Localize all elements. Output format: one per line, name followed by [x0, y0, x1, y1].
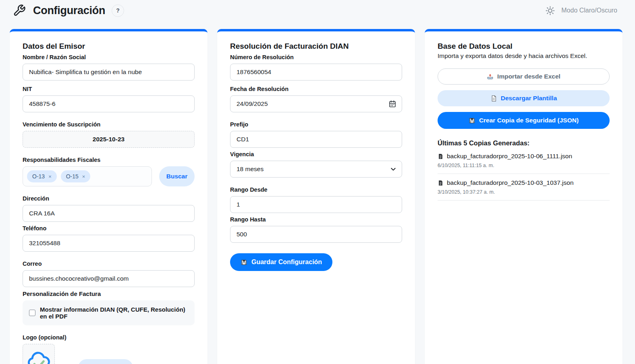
logo-label: Logo (opcional): [23, 334, 195, 341]
upload-logo-button[interactable]: Subir Logo: [78, 359, 133, 364]
backup-list-item: backup_facturadorpro_2025-10-06_1111.jso…: [438, 153, 610, 174]
export-tray-icon: [487, 73, 494, 80]
resolution-date-input[interactable]: [230, 95, 402, 112]
chevron-down-icon: [390, 166, 396, 172]
backups-heading: Últimas 5 Copias Generadas:: [438, 139, 610, 147]
range-from-input[interactable]: [230, 196, 402, 213]
download-template-button[interactable]: Descargar Plantilla: [438, 90, 610, 106]
dian-info-checkbox[interactable]: [29, 310, 35, 316]
backup-timestamp: 6/10/2025, 11:11:15 a. m.: [438, 163, 610, 168]
database-card-subtitle: Importa y exporta datos desde y hacia ar…: [438, 52, 610, 60]
document-icon: [490, 95, 497, 102]
dian-info-checkbox-row: Mostrar información DIAN (QR, CUFE, Reso…: [23, 300, 195, 325]
email-label: Correo: [23, 261, 195, 267]
backup-timestamp: 3/10/2025, 10:37:27 a. m.: [438, 189, 610, 195]
import-excel-label: Importar desde Excel: [497, 73, 560, 80]
resolution-date-label: Fecha de Resolución: [230, 86, 402, 92]
resolution-card: Resolución de Facturación DIAN Número de…: [217, 29, 415, 364]
resolution-number-label: Número de Resolución: [230, 54, 402, 60]
save-configuration-label: Guardar Configuración: [251, 259, 322, 266]
invoice-customization-title: Personalización de Factura: [23, 290, 195, 297]
resolution-number-input[interactable]: [230, 64, 402, 81]
range-from-label: Rango Desde: [230, 186, 402, 193]
subscription-expiry-value: 2025-10-23: [23, 131, 195, 148]
search-fiscal-button[interactable]: Buscar: [159, 166, 195, 186]
fiscal-chip-label: O-13: [32, 173, 45, 180]
wrench-icon: [13, 4, 26, 17]
email-input[interactable]: [23, 270, 195, 287]
address-input[interactable]: [23, 205, 195, 222]
import-excel-button[interactable]: Importar desde Excel: [438, 68, 610, 85]
dian-info-checkbox-label: Mostrar información DIAN (QR, CUFE, Reso…: [40, 306, 188, 320]
theme-toggle-label: Modo Claro/Oscuro: [561, 7, 617, 14]
resolution-card-title: Resolución de Facturación DIAN: [230, 42, 402, 51]
fiscal-responsibilities-field[interactable]: O-13 × O-15 ×: [23, 166, 152, 186]
calendar-icon[interactable]: [388, 100, 396, 108]
range-to-input[interactable]: [230, 226, 402, 243]
cards-row: Datos del Emisor Nombre / Razón Social N…: [10, 29, 635, 364]
page-header: Configuración ? Modo Claro/Oscuro: [10, 0, 635, 19]
save-configuration-button[interactable]: Guardar Configuración: [230, 253, 332, 271]
database-card: Base de Datos Local Importa y exporta da…: [425, 29, 623, 364]
help-button[interactable]: ?: [112, 4, 124, 17]
business-name-input[interactable]: [23, 64, 195, 81]
logo-row: Subir Logo: [23, 344, 195, 364]
theme-toggle[interactable]: Modo Claro/Oscuro: [545, 6, 617, 16]
backup-filename-row: backup_facturadorpro_2025-10-03_1037.jso…: [438, 179, 610, 186]
phone-input[interactable]: [23, 235, 195, 252]
validity-select[interactable]: 18 meses: [230, 161, 402, 178]
prefix-input[interactable]: [230, 131, 402, 148]
fiscal-chip: O-15 ×: [61, 170, 91, 182]
fiscal-chip-label: O-15: [66, 173, 79, 180]
validity-selected-value: 18 meses: [237, 165, 264, 173]
download-template-label: Descargar Plantilla: [501, 95, 557, 102]
logo-dropzone[interactable]: [23, 344, 55, 364]
chip-remove-icon[interactable]: ×: [48, 174, 52, 180]
resolution-date-field: [230, 95, 402, 112]
emitter-card: Datos del Emisor Nombre / Razón Social N…: [10, 29, 208, 364]
nit-input[interactable]: [23, 95, 195, 112]
subscription-label: Vencimiento de Suscripción: [23, 121, 195, 128]
emitter-card-title: Datos del Emisor: [23, 42, 195, 51]
fiscal-row: O-13 × O-15 × Buscar: [23, 166, 195, 186]
prefix-label: Prefijo: [230, 121, 402, 128]
address-label: Dirección: [23, 195, 195, 202]
configuration-page: Configuración ? Modo Claro/Oscuro Datos …: [0, 0, 635, 364]
create-backup-button[interactable]: Crear Copia de Seguridad (JSON): [438, 112, 610, 129]
fiscal-responsibilities-label: Responsabilidades Fiscales: [23, 157, 195, 163]
database-card-title: Base de Datos Local: [438, 42, 610, 51]
phone-label: Teléfono: [23, 225, 195, 232]
nit-label: NIT: [23, 86, 195, 92]
validity-label: Vigencia: [230, 151, 402, 157]
create-backup-label: Crear Copia de Seguridad (JSON): [479, 117, 579, 124]
chip-remove-icon[interactable]: ×: [82, 174, 85, 180]
sun-icon: [545, 6, 555, 16]
fiscal-chip: O-13 ×: [27, 170, 57, 182]
backup-filename: backup_facturadorpro_2025-10-06_1111.jso…: [447, 153, 572, 160]
backup-filename: backup_facturadorpro_2025-10-03_1037.jso…: [447, 179, 574, 186]
page-title: Configuración: [33, 4, 105, 17]
save-floppy-icon: [469, 117, 475, 124]
backup-file-icon: [438, 153, 444, 159]
backup-list-item: backup_facturadorpro_2025-10-03_1037.jso…: [438, 179, 610, 201]
backup-filename-row: backup_facturadorpro_2025-10-06_1111.jso…: [438, 153, 610, 160]
cloud-check-logo: [26, 348, 52, 364]
business-name-label: Nombre / Razón Social: [23, 54, 195, 60]
save-floppy-icon: [241, 259, 247, 266]
range-to-label: Rango Hasta: [230, 216, 402, 223]
backup-file-icon: [438, 180, 444, 186]
